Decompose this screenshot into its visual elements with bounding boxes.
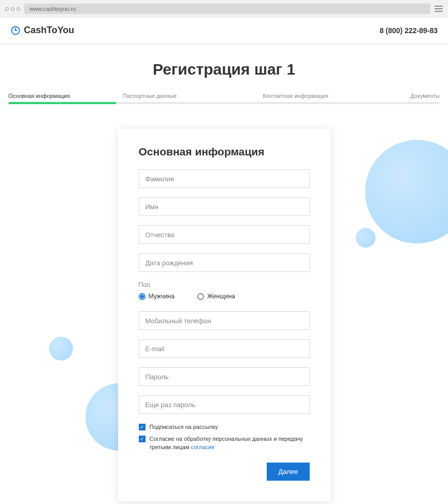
gender-female-radio[interactable]: Женщина	[197, 293, 235, 300]
patronymic-input[interactable]	[139, 225, 310, 244]
dot-icon	[11, 7, 15, 11]
dot-icon	[5, 7, 9, 11]
lastname-input[interactable]	[139, 169, 310, 188]
next-button[interactable]: Далее	[267, 463, 309, 481]
menu-icon[interactable]	[435, 6, 443, 12]
page-title: Регистрация шаг 1	[0, 61, 448, 78]
radio-label: Женщина	[207, 293, 235, 300]
step-passport[interactable]: Паспортные данные	[97, 93, 211, 99]
site-header: CashToYou 8 (800) 222-89-83	[0, 18, 448, 44]
password-input[interactable]	[139, 367, 310, 386]
gender-label: Пол	[139, 281, 310, 289]
form-title: Основная информация	[139, 146, 310, 158]
firstname-input[interactable]	[139, 197, 310, 216]
progress-bar	[8, 102, 440, 104]
step-basic-info[interactable]: Основная информация	[8, 93, 97, 99]
consent-link[interactable]: согласие	[191, 444, 215, 450]
step-contact[interactable]: Контактная информация	[211, 93, 352, 99]
password-confirm-input[interactable]	[139, 395, 310, 414]
phone-number[interactable]: 8 (800) 222-89-83	[380, 26, 438, 35]
browser-bar: www.cashtoyou.ru	[0, 0, 448, 18]
checkbox-label: Согласие на обработку персональных данны…	[150, 435, 310, 451]
divider	[0, 44, 448, 44]
dot-icon	[17, 7, 20, 11]
step-documents[interactable]: Документы	[351, 93, 440, 99]
radio-checked-icon	[139, 293, 146, 300]
checkbox-checked-icon	[139, 424, 146, 430]
stepper: Основная информация Паспортные данные Ко…	[0, 93, 448, 101]
email-input[interactable]	[139, 339, 310, 358]
gender-male-radio[interactable]: Мужчина	[139, 293, 175, 300]
radio-label: Мужчина	[149, 293, 175, 300]
window-controls	[5, 7, 20, 11]
gender-radio-group: Мужчина Женщина	[139, 293, 310, 300]
phone-input[interactable]	[139, 311, 310, 330]
subscribe-checkbox[interactable]: Подписаться на рассылку	[139, 423, 310, 431]
logo[interactable]: CashToYou	[10, 25, 74, 36]
registration-form: Основная информация Пол Мужчина Женщина …	[118, 129, 330, 501]
radio-unchecked-icon	[197, 293, 204, 300]
checkbox-checked-icon	[139, 436, 146, 442]
progress-fill	[8, 102, 116, 104]
checkbox-label: Подписаться на рассылку	[150, 423, 218, 431]
url-bar[interactable]: www.cashtoyou.ru	[24, 4, 430, 14]
consent-checkbox[interactable]: Согласие на обработку персональных данны…	[139, 435, 310, 451]
logo-text: CashToYou	[24, 25, 74, 36]
logo-icon	[10, 25, 21, 36]
birthdate-input[interactable]	[139, 253, 310, 272]
